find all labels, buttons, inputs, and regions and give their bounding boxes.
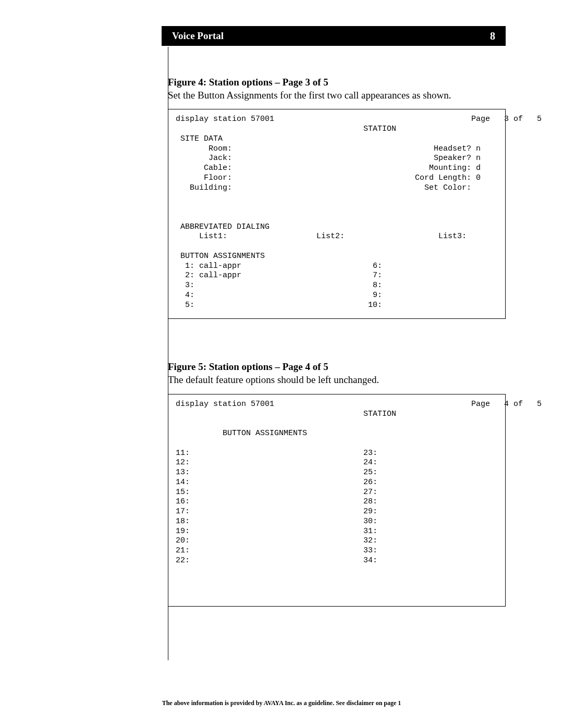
figure5-block: Figure 5: Station options – Page 4 of 5 … [168, 361, 506, 606]
figure4-caption: Figure 4: Station options – Page 3 of 5 [168, 76, 506, 89]
figure4-block: Figure 4: Station options – Page 3 of 5 … [168, 76, 506, 319]
content-area: Figure 4: Station options – Page 3 of 5 … [168, 76, 506, 607]
header-title: Voice Portal [172, 30, 224, 42]
figure4-terminal: display station 57001 Page 3 of 5 STATIO… [168, 109, 506, 319]
page-container: Voice Portal 8 Figure 4: Station options… [0, 0, 563, 728]
figure5-terminal: display station 57001 Page 4 of 5 STATIO… [168, 394, 506, 607]
figure4-description: Set the Button Assignments for the first… [168, 89, 506, 102]
figure5-description: The default feature options should be le… [168, 374, 506, 387]
header-page-number: 8 [490, 30, 495, 42]
vertical-rule [168, 47, 168, 660]
figure5-caption: Figure 5: Station options – Page 4 of 5 [168, 361, 506, 374]
header-bar: Voice Portal 8 [162, 26, 506, 46]
footer-disclaimer: The above information is provided by AVA… [0, 699, 563, 707]
spacer [168, 340, 506, 361]
